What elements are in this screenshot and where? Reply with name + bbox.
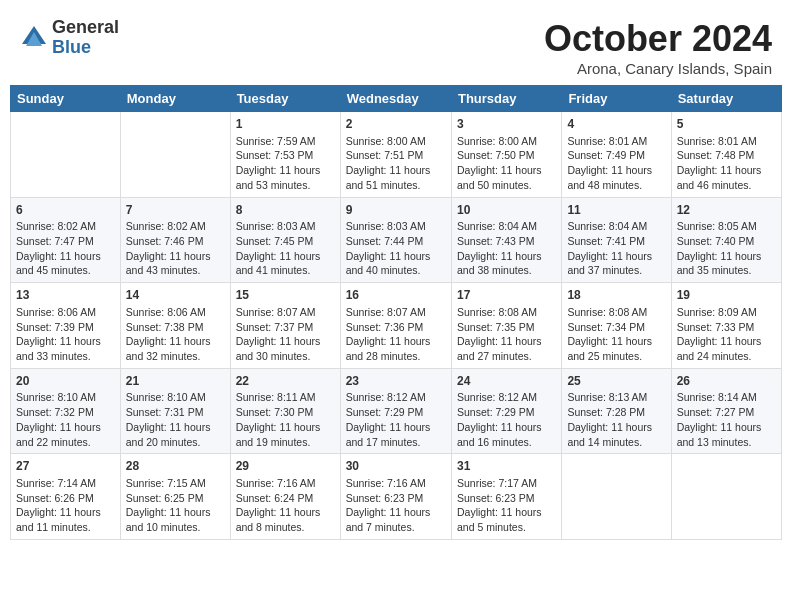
calendar-cell: 22 Sunrise: 8:11 AM Sunset: 7:30 PM Dayl… (230, 368, 340, 454)
day-number: 29 (236, 458, 335, 475)
sunset-text: Sunset: 7:35 PM (457, 321, 535, 333)
calendar-subtitle: Arona, Canary Islands, Spain (544, 60, 772, 77)
sunset-text: Sunset: 7:48 PM (677, 149, 755, 161)
logo-icon (20, 24, 48, 52)
day-number: 14 (126, 287, 225, 304)
day-info: 22 Sunrise: 8:11 AM Sunset: 7:30 PM Dayl… (236, 373, 335, 450)
day-number: 8 (236, 202, 335, 219)
calendar-cell: 4 Sunrise: 8:01 AM Sunset: 7:49 PM Dayli… (562, 112, 671, 198)
logo-text: General Blue (52, 18, 119, 58)
sunset-text: Sunset: 7:34 PM (567, 321, 645, 333)
daylight-text: Daylight: 11 hours and 10 minutes. (126, 506, 211, 533)
header-tuesday: Tuesday (230, 86, 340, 112)
header-thursday: Thursday (451, 86, 561, 112)
calendar-cell: 23 Sunrise: 8:12 AM Sunset: 7:29 PM Dayl… (340, 368, 451, 454)
sunrise-text: Sunrise: 8:08 AM (457, 306, 537, 318)
day-info: 28 Sunrise: 7:15 AM Sunset: 6:25 PM Dayl… (126, 458, 225, 535)
day-number: 7 (126, 202, 225, 219)
sunrise-text: Sunrise: 8:03 AM (236, 220, 316, 232)
header-friday: Friday (562, 86, 671, 112)
day-info: 1 Sunrise: 7:59 AM Sunset: 7:53 PM Dayli… (236, 116, 335, 193)
day-info: 10 Sunrise: 8:04 AM Sunset: 7:43 PM Dayl… (457, 202, 556, 279)
header-row: Sunday Monday Tuesday Wednesday Thursday… (11, 86, 782, 112)
daylight-text: Daylight: 11 hours and 28 minutes. (346, 335, 431, 362)
calendar-cell: 31 Sunrise: 7:17 AM Sunset: 6:23 PM Dayl… (451, 454, 561, 540)
day-info: 27 Sunrise: 7:14 AM Sunset: 6:26 PM Dayl… (16, 458, 115, 535)
calendar-title: October 2024 (544, 18, 772, 60)
sunset-text: Sunset: 6:25 PM (126, 492, 204, 504)
calendar-body: 1 Sunrise: 7:59 AM Sunset: 7:53 PM Dayli… (11, 112, 782, 540)
sunrise-text: Sunrise: 8:04 AM (457, 220, 537, 232)
sunrise-text: Sunrise: 8:04 AM (567, 220, 647, 232)
day-number: 26 (677, 373, 776, 390)
day-number: 25 (567, 373, 665, 390)
day-number: 27 (16, 458, 115, 475)
calendar-cell: 30 Sunrise: 7:16 AM Sunset: 6:23 PM Dayl… (340, 454, 451, 540)
sunrise-text: Sunrise: 8:03 AM (346, 220, 426, 232)
daylight-text: Daylight: 11 hours and 14 minutes. (567, 421, 652, 448)
sunrise-text: Sunrise: 8:02 AM (126, 220, 206, 232)
sunrise-text: Sunrise: 8:12 AM (346, 391, 426, 403)
sunset-text: Sunset: 7:46 PM (126, 235, 204, 247)
sunrise-text: Sunrise: 8:10 AM (126, 391, 206, 403)
daylight-text: Daylight: 11 hours and 22 minutes. (16, 421, 101, 448)
daylight-text: Daylight: 11 hours and 20 minutes. (126, 421, 211, 448)
calendar-cell: 28 Sunrise: 7:15 AM Sunset: 6:25 PM Dayl… (120, 454, 230, 540)
calendar-cell: 14 Sunrise: 8:06 AM Sunset: 7:38 PM Dayl… (120, 283, 230, 369)
calendar-week-2: 6 Sunrise: 8:02 AM Sunset: 7:47 PM Dayli… (11, 197, 782, 283)
calendar-cell (671, 454, 781, 540)
day-info: 9 Sunrise: 8:03 AM Sunset: 7:44 PM Dayli… (346, 202, 446, 279)
daylight-text: Daylight: 11 hours and 45 minutes. (16, 250, 101, 277)
day-number: 15 (236, 287, 335, 304)
calendar-cell: 24 Sunrise: 8:12 AM Sunset: 7:29 PM Dayl… (451, 368, 561, 454)
day-info: 30 Sunrise: 7:16 AM Sunset: 6:23 PM Dayl… (346, 458, 446, 535)
sunset-text: Sunset: 7:30 PM (236, 406, 314, 418)
sunrise-text: Sunrise: 8:00 AM (346, 135, 426, 147)
header-monday: Monday (120, 86, 230, 112)
sunset-text: Sunset: 7:40 PM (677, 235, 755, 247)
daylight-text: Daylight: 11 hours and 46 minutes. (677, 164, 762, 191)
day-info: 3 Sunrise: 8:00 AM Sunset: 7:50 PM Dayli… (457, 116, 556, 193)
day-number: 24 (457, 373, 556, 390)
sunset-text: Sunset: 7:50 PM (457, 149, 535, 161)
calendar-cell (120, 112, 230, 198)
calendar-cell: 16 Sunrise: 8:07 AM Sunset: 7:36 PM Dayl… (340, 283, 451, 369)
day-info: 21 Sunrise: 8:10 AM Sunset: 7:31 PM Dayl… (126, 373, 225, 450)
day-number: 23 (346, 373, 446, 390)
calendar-cell: 5 Sunrise: 8:01 AM Sunset: 7:48 PM Dayli… (671, 112, 781, 198)
sunrise-text: Sunrise: 8:01 AM (677, 135, 757, 147)
calendar-cell: 13 Sunrise: 8:06 AM Sunset: 7:39 PM Dayl… (11, 283, 121, 369)
sunrise-text: Sunrise: 8:07 AM (346, 306, 426, 318)
day-number: 5 (677, 116, 776, 133)
sunset-text: Sunset: 7:38 PM (126, 321, 204, 333)
sunset-text: Sunset: 7:44 PM (346, 235, 424, 247)
daylight-text: Daylight: 11 hours and 35 minutes. (677, 250, 762, 277)
daylight-text: Daylight: 11 hours and 32 minutes. (126, 335, 211, 362)
sunrise-text: Sunrise: 8:13 AM (567, 391, 647, 403)
daylight-text: Daylight: 11 hours and 37 minutes. (567, 250, 652, 277)
sunrise-text: Sunrise: 8:02 AM (16, 220, 96, 232)
day-number: 19 (677, 287, 776, 304)
day-number: 4 (567, 116, 665, 133)
sunrise-text: Sunrise: 7:15 AM (126, 477, 206, 489)
day-info: 25 Sunrise: 8:13 AM Sunset: 7:28 PM Dayl… (567, 373, 665, 450)
day-info: 4 Sunrise: 8:01 AM Sunset: 7:49 PM Dayli… (567, 116, 665, 193)
day-info: 13 Sunrise: 8:06 AM Sunset: 7:39 PM Dayl… (16, 287, 115, 364)
calendar-cell: 26 Sunrise: 8:14 AM Sunset: 7:27 PM Dayl… (671, 368, 781, 454)
day-number: 31 (457, 458, 556, 475)
day-number: 2 (346, 116, 446, 133)
calendar-cell: 9 Sunrise: 8:03 AM Sunset: 7:44 PM Dayli… (340, 197, 451, 283)
calendar-cell: 18 Sunrise: 8:08 AM Sunset: 7:34 PM Dayl… (562, 283, 671, 369)
day-info: 2 Sunrise: 8:00 AM Sunset: 7:51 PM Dayli… (346, 116, 446, 193)
calendar-cell: 25 Sunrise: 8:13 AM Sunset: 7:28 PM Dayl… (562, 368, 671, 454)
calendar-cell: 8 Sunrise: 8:03 AM Sunset: 7:45 PM Dayli… (230, 197, 340, 283)
sunset-text: Sunset: 7:39 PM (16, 321, 94, 333)
calendar-table: Sunday Monday Tuesday Wednesday Thursday… (10, 85, 782, 540)
daylight-text: Daylight: 11 hours and 53 minutes. (236, 164, 321, 191)
day-number: 10 (457, 202, 556, 219)
header-sunday: Sunday (11, 86, 121, 112)
day-info: 14 Sunrise: 8:06 AM Sunset: 7:38 PM Dayl… (126, 287, 225, 364)
sunset-text: Sunset: 7:29 PM (346, 406, 424, 418)
day-info: 26 Sunrise: 8:14 AM Sunset: 7:27 PM Dayl… (677, 373, 776, 450)
sunrise-text: Sunrise: 8:05 AM (677, 220, 757, 232)
